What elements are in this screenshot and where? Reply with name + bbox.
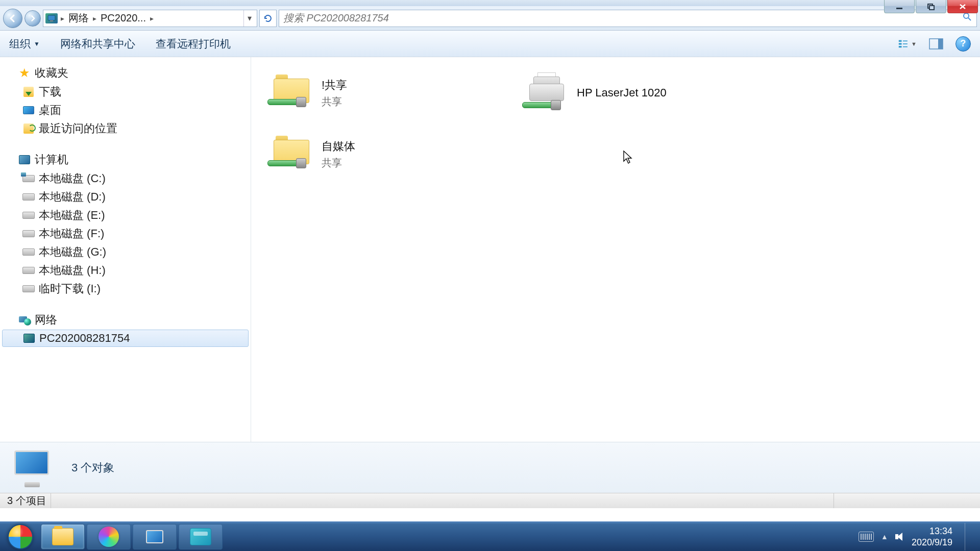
item-name: 自媒体 [322, 139, 355, 154]
view-remote-printers-button[interactable]: 查看远程打印机 [156, 37, 231, 51]
shared-folder-icon [268, 134, 314, 174]
nav-drive-i[interactable]: 临时下载 (I:) [0, 280, 251, 298]
nav-drive-d[interactable]: 本地磁盘 (D:) [0, 188, 251, 206]
printer-icon [524, 72, 570, 113]
drive-icon [22, 248, 35, 256]
mouse-cursor-icon [623, 150, 633, 164]
svg-rect-2 [929, 6, 934, 10]
svg-rect-9 [899, 46, 902, 47]
pc-icon [23, 334, 35, 343]
svg-rect-4 [50, 20, 53, 21]
content-area[interactable]: !共享 共享 HP LaserJet 1020 自媒体 共享 [251, 57, 980, 442]
breadcrumb-sep-icon[interactable]: ▸ [149, 14, 155, 22]
address-dropdown-button[interactable]: ▾ [243, 10, 255, 27]
nav-network-pc[interactable]: PC202008281754 [2, 330, 249, 347]
help-button[interactable]: ? [955, 36, 971, 52]
nav-label: 本地磁盘 (F:) [39, 226, 104, 241]
svg-rect-3 [48, 15, 55, 20]
nav-drive-g[interactable]: 本地磁盘 (G:) [0, 243, 251, 261]
computer-icon [19, 155, 30, 164]
close-button[interactable] [947, 0, 978, 13]
control-panel-icon [190, 528, 211, 545]
nav-recent[interactable]: 最近访问的位置 [0, 119, 251, 138]
details-pane: 3 个对象 [0, 442, 980, 493]
network-computer-icon [144, 528, 165, 545]
nav-label: 最近访问的位置 [39, 121, 117, 136]
taskbar-network[interactable] [133, 524, 177, 549]
drive-icon [22, 267, 35, 274]
clock-time: 13:34 [912, 525, 952, 537]
drive-icon [22, 175, 35, 182]
network-icon [19, 314, 30, 325]
system-tray: ▲ 13:34 2020/9/19 [854, 523, 978, 550]
taskbar-control-panel[interactable] [179, 524, 223, 549]
shared-folder-item[interactable]: !共享 共享 [266, 67, 501, 118]
computer-icon [45, 13, 58, 23]
nav-label: 本地磁盘 (H:) [39, 263, 106, 278]
minimize-button[interactable] [884, 0, 915, 13]
address-bar[interactable]: ▸ 网络 ▸ PC2020... ▸ ▾ [43, 10, 257, 27]
computer-large-icon [10, 447, 56, 488]
breadcrumb-sep-icon[interactable]: ▸ [60, 14, 65, 22]
nav-label: 收藏夹 [35, 65, 68, 81]
dropdown-arrow-icon: ▼ [34, 40, 40, 47]
nav-computer[interactable]: 计算机 [0, 150, 251, 169]
view-options-button[interactable]: ▼ [898, 35, 917, 53]
keyboard-icon[interactable] [859, 532, 874, 542]
breadcrumb-pc[interactable]: PC2020... [97, 12, 149, 24]
nav-drive-e[interactable]: 本地磁盘 (E:) [0, 206, 251, 224]
nav-label: 本地磁盘 (G:) [39, 244, 106, 260]
command-bar: 组织 ▼ 网络和共享中心 查看远程打印机 ▼ ? [0, 31, 980, 57]
shared-folder-item[interactable]: 自媒体 共享 [266, 129, 501, 180]
show-desktop-button[interactable] [965, 523, 974, 550]
shared-printer-item[interactable]: HP LaserJet 1020 [522, 67, 756, 118]
breadcrumb-sep-icon[interactable]: ▸ [92, 14, 97, 22]
nav-label: 本地磁盘 (D:) [39, 189, 106, 205]
back-button[interactable] [3, 9, 22, 28]
nav-label: 下载 [39, 84, 61, 99]
maximize-button[interactable] [916, 0, 946, 13]
search-icon[interactable] [962, 12, 972, 24]
start-button[interactable] [2, 523, 39, 550]
breadcrumb-network[interactable]: 网络 [65, 11, 92, 25]
preview-pane-button[interactable] [927, 35, 945, 53]
details-text: 3 个对象 [71, 460, 114, 475]
taskbar-explorer[interactable] [41, 524, 85, 549]
clock[interactable]: 13:34 2020/9/19 [912, 525, 954, 548]
item-type: 共享 [322, 95, 347, 109]
item-name: !共享 [322, 78, 347, 93]
taskbar: ▲ 13:34 2020/9/19 [0, 521, 980, 551]
nav-network[interactable]: 网络 [0, 310, 251, 330]
title-bar[interactable] [0, 0, 980, 6]
browser-icon [99, 527, 119, 547]
clock-date: 2020/9/19 [912, 537, 952, 548]
nav-drive-f[interactable]: 本地磁盘 (F:) [0, 224, 251, 243]
search-box[interactable] [279, 10, 977, 27]
nav-label: 网络 [35, 312, 57, 328]
organize-label: 组织 [9, 37, 31, 51]
nav-label: 本地磁盘 (E:) [39, 208, 105, 223]
drive-icon [22, 285, 35, 292]
status-bar: 3 个项目 [0, 493, 980, 508]
taskbar-browser[interactable] [87, 524, 131, 549]
show-hidden-icons-button[interactable]: ▲ [881, 533, 888, 541]
search-input[interactable] [283, 12, 962, 24]
nav-drive-h[interactable]: 本地磁盘 (H:) [0, 261, 251, 280]
nav-drive-c[interactable]: 本地磁盘 (C:) [0, 169, 251, 188]
nav-desktop[interactable]: 桌面 [0, 101, 251, 119]
nav-downloads[interactable]: 下载 [0, 83, 251, 101]
refresh-button[interactable] [259, 10, 277, 27]
nav-label: PC202008281754 [39, 332, 130, 345]
status-items-count: 3 个项目 [3, 493, 51, 508]
svg-rect-7 [899, 40, 902, 41]
svg-rect-14 [938, 39, 943, 49]
organize-menu[interactable]: 组织 ▼ [9, 37, 40, 51]
windows-orb-icon [8, 524, 33, 549]
dropdown-arrow-icon: ▼ [911, 41, 917, 47]
download-icon [23, 87, 34, 97]
forward-button[interactable] [24, 10, 41, 27]
volume-icon[interactable] [895, 532, 904, 542]
nav-favorites[interactable]: ★ 收藏夹 [0, 63, 251, 83]
network-sharing-center-button[interactable]: 网络和共享中心 [60, 37, 135, 51]
shared-folder-icon [268, 72, 314, 113]
